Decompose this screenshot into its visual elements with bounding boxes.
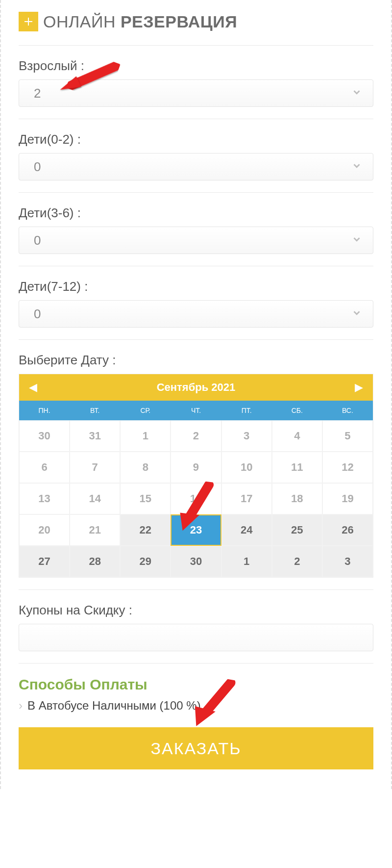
child36-select[interactable]: 0 <box>19 227 373 254</box>
weekday-label: СБ. <box>272 401 322 420</box>
calendar-cell: 1 <box>120 420 171 452</box>
calendar-cell: 9 <box>171 452 221 483</box>
calendar-cell: 16 <box>171 483 221 514</box>
calendar-cell: 5 <box>322 420 373 452</box>
bullet-icon: › <box>19 699 23 713</box>
calendar-prev-icon[interactable]: ◀ <box>29 381 37 394</box>
calendar-cell[interactable]: 22 <box>120 514 171 546</box>
calendar-cell: 11 <box>272 452 322 483</box>
calendar-weekdays: ПН.ВТ.СР.ЧТ.ПТ.СБ.ВС. <box>19 401 373 420</box>
calendar-cell: 14 <box>70 483 120 514</box>
calendar-title: Сентябрь 2021 <box>157 381 236 394</box>
coupon-label: Купоны на Скидку : <box>19 603 373 618</box>
calendar-cell: 7 <box>70 452 120 483</box>
chevron-down-icon <box>351 87 362 100</box>
payment-title: Способы Оплаты <box>19 676 373 693</box>
weekday-label: ВС. <box>322 401 373 420</box>
calendar-cell[interactable]: 24 <box>221 514 272 546</box>
payment-option-label: В Автобусе Наличными (100 %) <box>27 699 201 713</box>
calendar-cell[interactable]: 26 <box>322 514 373 546</box>
calendar-cell: 10 <box>221 452 272 483</box>
divider <box>19 192 373 193</box>
calendar-cell: 18 <box>272 483 322 514</box>
date-label: Выберите Дату : <box>19 353 373 368</box>
child02-value: 0 <box>34 159 41 175</box>
chevron-down-icon <box>351 307 362 320</box>
adult-select[interactable]: 2 <box>19 79 373 107</box>
calendar-cell[interactable]: 1 <box>221 546 272 577</box>
calendar-cell: 15 <box>120 483 171 514</box>
divider <box>19 119 373 119</box>
child712-label: Дети(7-12) : <box>19 279 373 294</box>
calendar: ◀ Сентябрь 2021 ▶ ПН.ВТ.СР.ЧТ.ПТ.СБ.ВС. … <box>19 374 373 578</box>
child712-select[interactable]: 0 <box>19 300 373 328</box>
payment-option[interactable]: › В Автобусе Наличными (100 %) <box>19 699 373 713</box>
calendar-next-icon[interactable]: ▶ <box>355 381 363 394</box>
child36-label: Дети(3-6) : <box>19 205 373 221</box>
chevron-down-icon <box>351 234 362 247</box>
adult-label: Взрослый : <box>19 58 373 74</box>
calendar-cell: 17 <box>221 483 272 514</box>
divider <box>19 266 373 266</box>
calendar-cell[interactable]: 23 <box>171 514 221 546</box>
chevron-down-icon <box>351 160 362 173</box>
calendar-cell[interactable]: 30 <box>171 546 221 577</box>
calendar-cell[interactable]: 2 <box>272 546 322 577</box>
divider <box>19 45 373 46</box>
divider <box>19 589 373 590</box>
divider <box>19 663 373 664</box>
calendar-cell[interactable]: 27 <box>19 546 70 577</box>
weekday-label: СР. <box>120 401 171 420</box>
weekday-label: ВТ. <box>70 401 120 420</box>
calendar-cell: 4 <box>272 420 322 452</box>
plus-icon <box>19 12 38 31</box>
adult-value: 2 <box>34 86 41 101</box>
calendar-cell: 8 <box>120 452 171 483</box>
calendar-body: 3031123456789101112131415161718192021222… <box>19 420 373 577</box>
weekday-label: ЧТ. <box>171 401 221 420</box>
form-header: ОНЛАЙН РЕЗЕРВАЦИЯ <box>19 12 373 31</box>
calendar-cell: 2 <box>171 420 221 452</box>
calendar-cell[interactable]: 29 <box>120 546 171 577</box>
child712-value: 0 <box>34 306 41 322</box>
calendar-cell: 31 <box>70 420 120 452</box>
calendar-cell: 19 <box>322 483 373 514</box>
weekday-label: ПН. <box>19 401 70 420</box>
child02-select[interactable]: 0 <box>19 153 373 180</box>
calendar-cell: 6 <box>19 452 70 483</box>
coupon-input[interactable] <box>19 624 373 651</box>
divider <box>19 339 373 340</box>
calendar-cell: 12 <box>322 452 373 483</box>
calendar-cell: 30 <box>19 420 70 452</box>
calendar-cell: 20 <box>19 514 70 546</box>
submit-button[interactable]: ЗАКАЗАТЬ <box>19 727 373 769</box>
calendar-cell[interactable]: 28 <box>70 546 120 577</box>
calendar-cell[interactable]: 25 <box>272 514 322 546</box>
child02-label: Дети(0-2) : <box>19 132 373 147</box>
calendar-cell: 3 <box>221 420 272 452</box>
weekday-label: ПТ. <box>221 401 272 420</box>
child36-value: 0 <box>34 233 41 248</box>
page-title: ОНЛАЙН РЕЗЕРВАЦИЯ <box>43 12 237 31</box>
calendar-cell: 13 <box>19 483 70 514</box>
calendar-cell[interactable]: 3 <box>322 546 373 577</box>
calendar-cell: 21 <box>70 514 120 546</box>
